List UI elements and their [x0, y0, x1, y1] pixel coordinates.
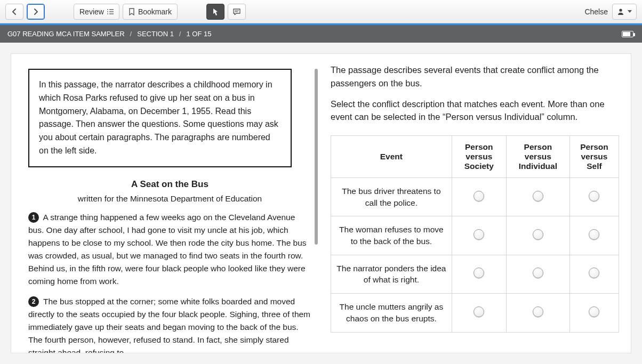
pointer-icon [212, 8, 219, 15]
nav-back-button[interactable] [5, 4, 23, 20]
radio-option[interactable] [533, 229, 543, 240]
radio-option[interactable] [589, 306, 599, 317]
scrollbar[interactable] [315, 69, 318, 245]
bookmark-label: Bookmark [138, 7, 172, 16]
radio-option[interactable] [474, 229, 484, 240]
question-panel: The passage describes several events tha… [321, 54, 631, 353]
radio-option[interactable] [474, 191, 484, 201]
radio-option[interactable] [533, 191, 543, 201]
table-row: The narrator ponders the idea of what is… [331, 255, 619, 293]
bookmark-icon [129, 8, 135, 15]
col-event-header: Event [331, 136, 452, 178]
radio-option[interactable] [589, 191, 599, 201]
radio-option[interactable] [589, 268, 599, 278]
question-instruction: Select the conflict description that mat… [331, 98, 619, 124]
user-icon [617, 8, 624, 15]
passage-subtitle: written for the Minnesota Department of … [28, 194, 311, 204]
breadcrumb-separator: / [179, 30, 181, 38]
note-tool-button[interactable] [228, 4, 246, 20]
paragraph-2: 2 The bus stopped at the corner; some wh… [28, 295, 311, 353]
top-toolbar: Review Bookmark Chelse [0, 0, 642, 23]
event-cell: The uncle mutters angrily as chaos on th… [331, 294, 452, 332]
list-icon [107, 9, 114, 14]
passage-panel: In this passage, the narrator describes … [11, 54, 321, 353]
event-cell: The bus driver threatens to call the pol… [331, 178, 452, 216]
position-label: 1 OF 15 [186, 30, 211, 38]
event-cell: The narrator ponders the idea of what is… [331, 255, 452, 293]
radio-option[interactable] [474, 268, 484, 278]
col-self-header: Person versus Self [569, 136, 619, 178]
pointer-tool-button[interactable] [206, 4, 224, 20]
review-label: Review [79, 7, 104, 16]
answer-grid: Event Person versus Society Person versu… [331, 135, 619, 333]
test-name-label: G07 READING MCA ITEM SAMPLER [7, 30, 125, 38]
arrow-left-icon [11, 9, 18, 15]
radio-option[interactable] [474, 306, 484, 317]
table-row: The uncle mutters angrily as chaos on th… [331, 294, 619, 332]
battery-icon [622, 31, 633, 37]
passage-intro-text: In this passage, the narrator describes … [39, 80, 278, 155]
review-button[interactable]: Review [74, 4, 119, 20]
event-cell: The woman refuses to move to the back of… [331, 216, 452, 255]
table-row: The bus driver threatens to call the pol… [331, 178, 619, 216]
radio-option[interactable] [533, 268, 543, 278]
section-bar: G07 READING MCA ITEM SAMPLER / SECTION 1… [0, 23, 642, 43]
content-area: In this passage, the narrator describes … [0, 43, 642, 364]
paragraph-1: 1 A strange thing happened a few weeks a… [28, 211, 311, 288]
arrow-right-icon [33, 9, 39, 15]
username-label: Chelse [584, 7, 608, 16]
section-label: SECTION 1 [137, 30, 174, 38]
passage-title: A Seat on the Bus [28, 179, 311, 190]
paragraph-number: 2 [28, 296, 39, 307]
nav-forward-button[interactable] [27, 4, 45, 20]
caret-down-icon [628, 10, 632, 13]
col-individual-header: Person versus Individual [506, 136, 569, 178]
bookmark-button[interactable]: Bookmark [123, 4, 178, 20]
paragraph-1-text: A strange thing happened a few weeks ago… [28, 213, 307, 286]
paragraph-2-text: The bus stopped at the corner; some whit… [28, 297, 310, 353]
radio-option[interactable] [589, 229, 599, 240]
question-stem: The passage describes several events tha… [331, 63, 619, 90]
note-icon [233, 9, 240, 15]
svg-point-0 [619, 9, 622, 11]
paragraph-number: 1 [28, 212, 39, 223]
passage-intro-box: In this passage, the narrator describes … [28, 69, 292, 167]
col-society-header: Person versus Society [452, 136, 506, 178]
user-menu-button[interactable] [612, 4, 637, 20]
table-row: The woman refuses to move to the back of… [331, 216, 619, 255]
breadcrumb-separator: / [130, 30, 132, 38]
radio-option[interactable] [533, 306, 543, 317]
